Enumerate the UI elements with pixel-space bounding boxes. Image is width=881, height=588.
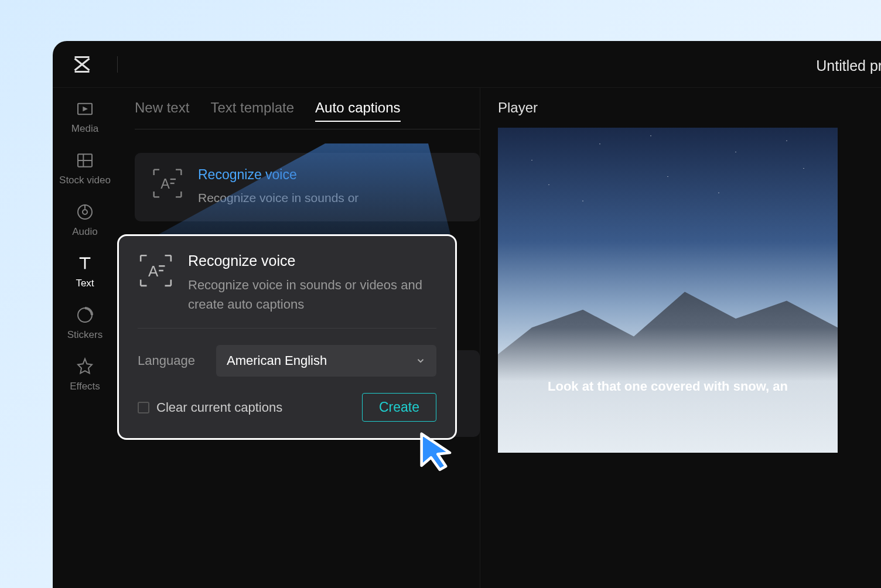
auto-caption-icon: A [151,167,184,200]
text-icon [76,254,94,273]
popout-footer: Clear current captions Create [138,393,436,422]
svg-point-5 [83,210,87,214]
recognize-voice-popout: A Recognize voice Recognize voice in sou… [117,234,457,440]
popout-header: A Recognize voice Recognize voice in sou… [138,252,436,329]
sidebar-label: Stickers [67,329,103,341]
auto-caption-icon: A [138,252,174,289]
dropdown-value: American English [227,353,327,368]
sidebar-item-text[interactable]: Text [53,254,117,289]
caption-overlay: Look at that one covered with snow, an [498,379,838,394]
preview-mountain [498,274,838,453]
sidebar-label: Stock video [59,175,111,186]
checkbox-label: Clear current captions [156,400,282,415]
stock-video-icon [76,151,94,170]
popout-title: Recognize voice [188,252,436,269]
language-row: Language American English [138,345,436,377]
title-separator [117,56,118,73]
sidebar-label: Effects [70,381,100,392]
app-logo-icon [70,53,94,76]
chevron-down-icon [415,355,426,366]
preview-viewport[interactable]: Look at that one covered with snow, an [498,128,838,453]
sidebar-label: Media [71,123,98,135]
media-icon [76,100,94,118]
sidebar-item-stickers[interactable]: Stickers [53,306,117,341]
sidebar-item-audio[interactable]: Audio [53,203,117,238]
sidebar-item-stock-video[interactable]: Stock video [53,151,117,186]
card-recognize-voice[interactable]: A Recognize voice Recognize voice in sou… [135,153,480,221]
card-title: Recognize voice [198,167,463,183]
player-panel: Player Look at that one covered with sno… [480,88,881,588]
language-dropdown[interactable]: American English [216,345,436,377]
player-title: Player [498,100,881,116]
create-button[interactable]: Create [362,393,436,422]
sidebar-item-effects[interactable]: Effects [53,357,117,392]
titlebar: Untitled project [53,41,881,88]
sidebar-item-media[interactable]: Media [53,100,117,135]
language-label: Language [138,353,202,368]
svg-text:A: A [161,176,170,192]
sidebar-label: Text [76,278,94,289]
effects-icon [76,357,94,376]
tabs: New text Text template Auto captions [135,100,480,129]
tab-new-text[interactable]: New text [135,100,189,122]
audio-icon [76,203,94,221]
stickers-icon [76,306,94,324]
project-title: Untitled project [816,57,881,74]
clear-captions-checkbox-group[interactable]: Clear current captions [138,400,282,415]
sidebar-label: Audio [72,226,97,238]
svg-text:A: A [148,263,159,279]
tab-text-template[interactable]: Text template [210,100,294,122]
card-desc: Recognize voice in sounds or [198,189,463,207]
preview-sky [498,128,838,290]
checkbox-icon [138,402,149,413]
tab-auto-captions[interactable]: Auto captions [315,100,400,122]
popout-desc: Recognize voice in sounds or videos and … [188,275,436,314]
sidebar: Media Stock video Audio Text Stickers Ef… [53,88,117,588]
